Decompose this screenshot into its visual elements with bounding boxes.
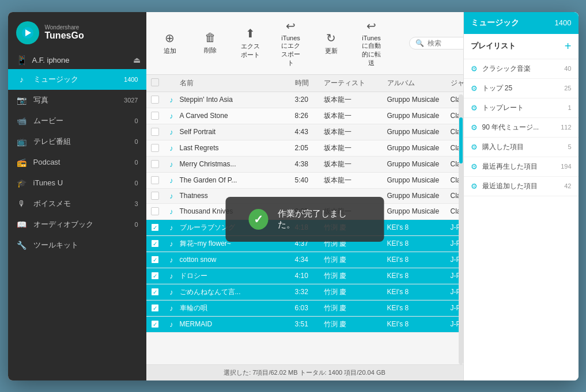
add-button[interactable]: ⊕ 追加 bbox=[156, 29, 184, 58]
table-row[interactable]: ♪ Last Regrets 2:05 坂本龍一 Gruppo Musicale… bbox=[146, 140, 463, 157]
music-icon: ♪ bbox=[16, 74, 28, 85]
row-check[interactable] bbox=[146, 96, 164, 104]
playlist-item[interactable]: ⚙ 最近再生した項目 194 bbox=[464, 157, 579, 177]
row-artist: 坂本龍一 bbox=[324, 176, 387, 185]
row-check[interactable] bbox=[146, 288, 164, 296]
nav-label: ボイスメモ bbox=[33, 199, 129, 209]
table-row[interactable]: ♪ A Carved Stone 8:26 坂本龍一 Gruppo Musica… bbox=[146, 108, 463, 124]
audiobook-icon: 📖 bbox=[16, 219, 28, 230]
music-note-icon: ♪ bbox=[164, 96, 180, 104]
checkbox[interactable] bbox=[151, 239, 159, 248]
table-row[interactable]: ♪ The Garden Of P... 5:40 坂本龍一 Gruppo Mu… bbox=[146, 173, 463, 189]
checkbox[interactable] bbox=[151, 144, 159, 152]
playlist-item-count: 5 bbox=[568, 143, 571, 150]
playlist-item[interactable]: ⚙ 購入した項目 5 bbox=[464, 138, 579, 157]
header-check bbox=[146, 78, 164, 88]
sidebar-item-tv[interactable]: 📺 テレビ番組 0 bbox=[8, 131, 146, 152]
playlist-header: プレイリスト + bbox=[464, 34, 579, 59]
brand-sub: Wondershare bbox=[45, 24, 84, 31]
row-album: KEI's 8 bbox=[387, 288, 451, 296]
playlist-item[interactable]: ⚙ 90 年代ミュージ... 112 bbox=[464, 118, 579, 138]
row-check[interactable] bbox=[146, 144, 164, 152]
row-check[interactable] bbox=[146, 320, 164, 328]
sidebar-item-photos[interactable]: 📷 写真 3027 bbox=[8, 90, 146, 111]
row-check[interactable] bbox=[146, 272, 164, 280]
row-check[interactable] bbox=[146, 207, 164, 215]
sidebar-item-movies[interactable]: 📹 ムービー 0 bbox=[8, 111, 146, 131]
sidebar-item-toolkit[interactable]: 🔧 ツールキット bbox=[8, 235, 146, 256]
itunes-auto-button[interactable]: ↩ iTunesに自動的に転送 bbox=[357, 17, 386, 70]
sidebar-item-music[interactable]: ♪ ミュージック 1400 bbox=[8, 69, 146, 90]
search-box[interactable]: 🔍 bbox=[409, 37, 463, 50]
row-check[interactable] bbox=[146, 176, 164, 184]
sidebar-item-voicememo[interactable]: 🎙 ボイスメモ 3 bbox=[8, 193, 146, 214]
row-check[interactable] bbox=[146, 128, 164, 136]
checkbox[interactable] bbox=[151, 176, 159, 184]
table-container: 名前 時間 アーティスト アルバム ジャンル ステータス ♪ Steppin' … bbox=[146, 75, 463, 364]
playlist-item-name: 最近再生した項目 bbox=[482, 162, 557, 172]
row-name: ドロシー bbox=[180, 271, 295, 281]
checkbox[interactable] bbox=[151, 96, 159, 104]
checkbox[interactable] bbox=[151, 207, 159, 215]
search-input[interactable] bbox=[428, 39, 463, 47]
itunes-export-button[interactable]: ↩ iTunesにエクスポート bbox=[277, 17, 305, 70]
update-button[interactable]: ↻ 更新 bbox=[317, 29, 346, 58]
checkbox[interactable] bbox=[151, 112, 159, 120]
checkbox[interactable] bbox=[151, 272, 159, 280]
brand: Wondershare TunesGo bbox=[45, 24, 84, 41]
table-row[interactable]: ♪ Steppin' Into Asia 3:20 坂本龍一 Gruppo Mu… bbox=[146, 92, 463, 108]
checkbox[interactable] bbox=[151, 256, 159, 264]
checkbox[interactable] bbox=[151, 288, 159, 296]
row-check[interactable] bbox=[146, 223, 164, 231]
table-row[interactable]: ♪ 車輪の唄 6:03 竹渕 慶 KEI's 8 J-Pop bbox=[146, 300, 463, 317]
nav-count: 0 bbox=[134, 159, 138, 166]
checkbox[interactable] bbox=[151, 320, 159, 328]
row-artist: 坂本龍一 bbox=[324, 159, 387, 169]
table-row[interactable]: ♪ ドロシー 4:10 竹渕 慶 KEI's 8 J-Pop bbox=[146, 268, 463, 284]
playlist-item[interactable]: ⚙ トップ 25 25 bbox=[464, 79, 579, 98]
export-label: エクスポート bbox=[241, 42, 260, 59]
row-album: KEI's 8 bbox=[387, 223, 451, 231]
playlist-item[interactable]: ⚙ 最近追加した項目 42 bbox=[464, 177, 579, 196]
row-artist: 坂本龍一 bbox=[324, 143, 387, 153]
table-row[interactable]: ♪ Self Portrait 4:43 坂本龍一 Gruppo Musical… bbox=[146, 124, 463, 140]
sidebar-item-itunes-u[interactable]: 🎓 iTunes U 0 bbox=[8, 173, 146, 193]
row-check[interactable] bbox=[146, 192, 164, 200]
scrollbar[interactable] bbox=[459, 94, 463, 364]
playlist-item-icon: ⚙ bbox=[471, 162, 478, 171]
row-name: cotton snow bbox=[180, 256, 295, 264]
table-row[interactable]: ♪ MERMAID 3:51 竹渕 慶 KEI's 8 J-Pop bbox=[146, 317, 463, 333]
row-artist: 竹渕 慶 bbox=[324, 255, 387, 265]
checkbox[interactable] bbox=[151, 160, 159, 168]
row-album: Gruppo Musicale bbox=[387, 128, 451, 136]
eject-icon[interactable]: ⏏ bbox=[133, 55, 141, 64]
checkbox[interactable] bbox=[151, 192, 159, 200]
row-name: Steppin' Into Asia bbox=[180, 96, 295, 104]
row-name: Last Regrets bbox=[180, 144, 295, 152]
playlist-item[interactable]: ⚙ クラシック音楽 40 bbox=[464, 59, 579, 79]
music-note-icon: ♪ bbox=[164, 320, 180, 329]
export-button[interactable]: ⬆ エクスポート bbox=[236, 24, 265, 62]
table-row[interactable]: ♪ Merry Christmas... 4:38 坂本龍一 Gruppo Mu… bbox=[146, 157, 463, 173]
row-name: The Garden Of P... bbox=[180, 176, 295, 184]
sidebar-item-podcast[interactable]: 📻 Podcast 0 bbox=[8, 152, 146, 173]
row-check[interactable] bbox=[146, 160, 164, 168]
checkbox[interactable] bbox=[151, 304, 159, 312]
delete-button[interactable]: 🗑 削除 bbox=[196, 29, 225, 57]
table-row[interactable]: ♪ cotton snow 4:34 竹渕 慶 KEI's 8 J-Pop bbox=[146, 252, 463, 268]
playlist-item[interactable]: ⚙ トップレート 1 bbox=[464, 98, 579, 118]
row-check[interactable] bbox=[146, 256, 164, 264]
row-check[interactable] bbox=[146, 112, 164, 120]
playlist-add-button[interactable]: + bbox=[565, 40, 572, 53]
photos-icon: 📷 bbox=[16, 94, 28, 106]
checkbox[interactable] bbox=[151, 223, 159, 231]
table-row[interactable]: ♪ ごめんねなんて言... 3:32 竹渕 慶 KEI's 8 J-Pop bbox=[146, 284, 463, 300]
row-check[interactable] bbox=[146, 304, 164, 312]
row-time: 3:20 bbox=[295, 96, 324, 104]
header-album: アルバム bbox=[387, 78, 451, 88]
row-check[interactable] bbox=[146, 239, 164, 248]
sidebar-item-audiobook[interactable]: 📖 オーディオブック 0 bbox=[8, 214, 146, 235]
nav-label: ムービー bbox=[33, 116, 129, 126]
checkbox[interactable] bbox=[151, 128, 159, 136]
header-name: 名前 bbox=[180, 78, 295, 88]
